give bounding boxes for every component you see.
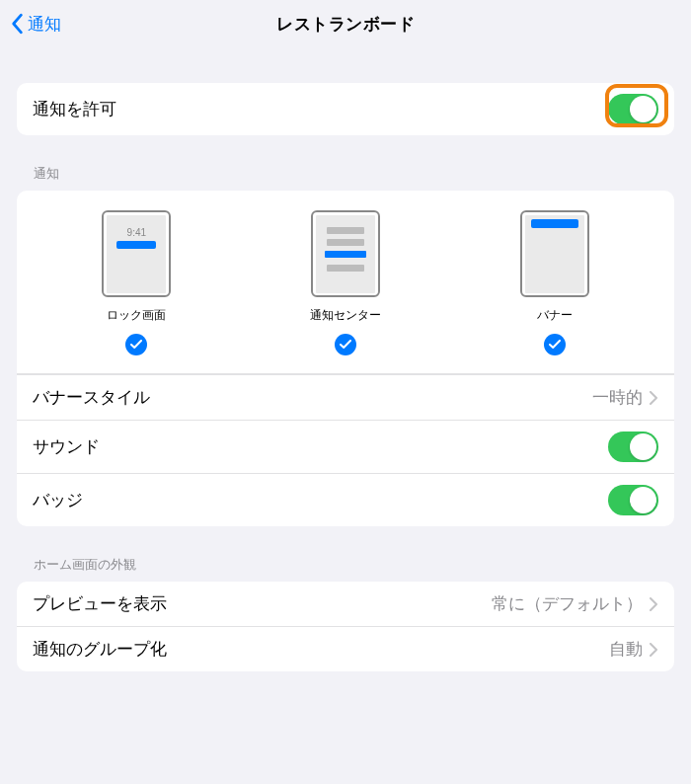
banner-style-row[interactable]: バナースタイル 一時的 (17, 374, 674, 420)
badge-row[interactable]: バッジ (17, 473, 674, 526)
banner-label: バナー (537, 307, 573, 324)
grouping-label: 通知のグループ化 (33, 638, 167, 661)
sound-row[interactable]: サウンド (17, 420, 674, 473)
section-header-home: ホーム画面の外観 (0, 556, 691, 582)
notif-group: 9:41 ロック画面 通知センタ (17, 191, 674, 526)
center-checkmark-icon (335, 334, 356, 355)
back-button[interactable]: 通知 (10, 0, 61, 47)
center-label: 通知センター (310, 307, 381, 324)
sound-label: サウンド (33, 435, 100, 458)
style-banner[interactable]: バナー (520, 210, 589, 355)
badge-label: バッジ (33, 489, 83, 511)
sound-toggle[interactable] (608, 431, 658, 462)
allow-toggle[interactable] (608, 94, 658, 124)
lockscreen-checkmark-icon (125, 334, 147, 355)
notification-style-area: 9:41 ロック画面 通知センタ (17, 191, 674, 374)
chevron-right-icon (649, 643, 658, 657)
chevron-left-icon (10, 13, 24, 35)
grouping-detail: 自動 (609, 638, 643, 661)
banner-checkmark-icon (544, 334, 566, 355)
nav-header: 通知 レストランボード (0, 0, 691, 47)
banner-preview-icon (520, 210, 589, 297)
section-header-notif: 通知 (0, 165, 691, 191)
style-notification-center[interactable]: 通知センター (310, 210, 381, 355)
center-preview-icon (311, 210, 380, 297)
allow-label: 通知を許可 (33, 98, 116, 120)
allow-group: 通知を許可 (17, 83, 674, 135)
preview-label: プレビューを表示 (33, 592, 167, 615)
banner-style-detail: 一時的 (592, 386, 643, 409)
badge-toggle[interactable] (608, 485, 658, 515)
back-label: 通知 (28, 13, 61, 36)
preview-row[interactable]: プレビューを表示 常に（デフォルト） (17, 582, 674, 626)
grouping-row[interactable]: 通知のグループ化 自動 (17, 626, 674, 671)
lock-time: 9:41 (127, 227, 146, 238)
page-title: レストランボード (276, 13, 415, 36)
chevron-right-icon (649, 597, 658, 611)
lockscreen-preview-icon: 9:41 (102, 210, 171, 297)
toggle-knob (630, 96, 656, 122)
chevron-right-icon (649, 391, 658, 405)
preview-detail: 常に（デフォルト） (492, 592, 643, 615)
allow-notifications-row[interactable]: 通知を許可 (17, 83, 674, 135)
style-lockscreen[interactable]: 9:41 ロック画面 (102, 210, 171, 355)
home-group: プレビューを表示 常に（デフォルト） 通知のグループ化 自動 (17, 582, 674, 671)
lockscreen-label: ロック画面 (107, 307, 166, 324)
banner-style-label: バナースタイル (33, 386, 150, 409)
